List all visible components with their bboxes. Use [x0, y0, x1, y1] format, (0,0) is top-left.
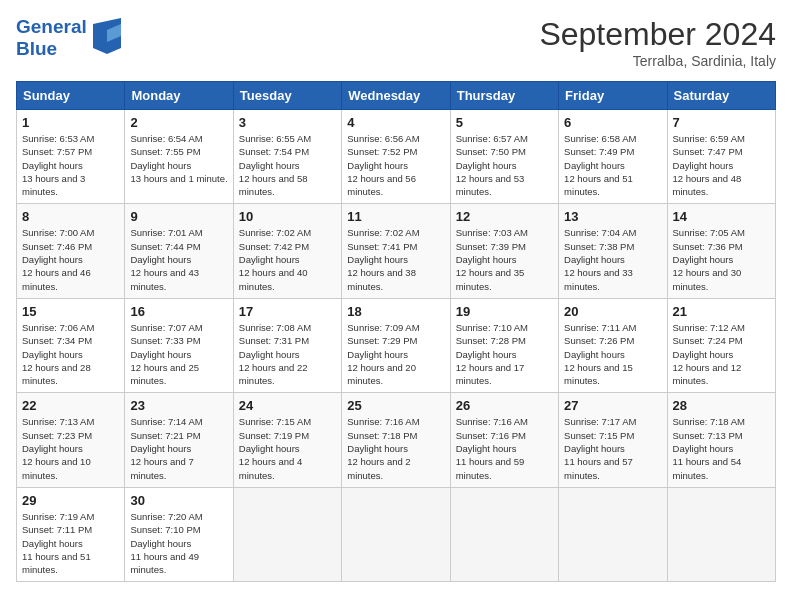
calendar-cell: 16Sunrise: 7:07 AMSunset: 7:33 PMDayligh…	[125, 298, 233, 392]
day-number: 5	[456, 115, 553, 130]
calendar-cell: 5Sunrise: 6:57 AMSunset: 7:50 PMDaylight…	[450, 110, 558, 204]
logo-text: General Blue	[16, 16, 87, 60]
day-number: 22	[22, 398, 119, 413]
calendar-cell	[450, 487, 558, 581]
day-info: Sunrise: 6:53 AMSunset: 7:57 PMDaylight …	[22, 132, 119, 198]
logo: General Blue	[16, 16, 123, 60]
day-info: Sunrise: 6:57 AMSunset: 7:50 PMDaylight …	[456, 132, 553, 198]
day-info: Sunrise: 7:14 AMSunset: 7:21 PMDaylight …	[130, 415, 227, 481]
day-number: 23	[130, 398, 227, 413]
calendar-week-2: 8Sunrise: 7:00 AMSunset: 7:46 PMDaylight…	[17, 204, 776, 298]
day-info: Sunrise: 7:05 AMSunset: 7:36 PMDaylight …	[673, 226, 770, 292]
location: Terralba, Sardinia, Italy	[539, 53, 776, 69]
day-info: Sunrise: 7:04 AMSunset: 7:38 PMDaylight …	[564, 226, 661, 292]
day-number: 19	[456, 304, 553, 319]
day-number: 10	[239, 209, 336, 224]
calendar-cell: 24Sunrise: 7:15 AMSunset: 7:19 PMDayligh…	[233, 393, 341, 487]
day-number: 26	[456, 398, 553, 413]
weekday-header-saturday: Saturday	[667, 82, 775, 110]
day-info: Sunrise: 7:09 AMSunset: 7:29 PMDaylight …	[347, 321, 444, 387]
day-info: Sunrise: 7:16 AMSunset: 7:18 PMDaylight …	[347, 415, 444, 481]
day-number: 11	[347, 209, 444, 224]
day-info: Sunrise: 7:15 AMSunset: 7:19 PMDaylight …	[239, 415, 336, 481]
calendar-cell: 15Sunrise: 7:06 AMSunset: 7:34 PMDayligh…	[17, 298, 125, 392]
calendar-cell: 8Sunrise: 7:00 AMSunset: 7:46 PMDaylight…	[17, 204, 125, 298]
day-number: 21	[673, 304, 770, 319]
day-info: Sunrise: 7:02 AMSunset: 7:42 PMDaylight …	[239, 226, 336, 292]
calendar-cell: 22Sunrise: 7:13 AMSunset: 7:23 PMDayligh…	[17, 393, 125, 487]
day-info: Sunrise: 7:00 AMSunset: 7:46 PMDaylight …	[22, 226, 119, 292]
calendar-week-3: 15Sunrise: 7:06 AMSunset: 7:34 PMDayligh…	[17, 298, 776, 392]
day-number: 12	[456, 209, 553, 224]
calendar-cell: 23Sunrise: 7:14 AMSunset: 7:21 PMDayligh…	[125, 393, 233, 487]
calendar-cell: 13Sunrise: 7:04 AMSunset: 7:38 PMDayligh…	[559, 204, 667, 298]
day-info: Sunrise: 7:13 AMSunset: 7:23 PMDaylight …	[22, 415, 119, 481]
day-info: Sunrise: 7:10 AMSunset: 7:28 PMDaylight …	[456, 321, 553, 387]
weekday-header-thursday: Thursday	[450, 82, 558, 110]
day-number: 29	[22, 493, 119, 508]
calendar-week-4: 22Sunrise: 7:13 AMSunset: 7:23 PMDayligh…	[17, 393, 776, 487]
day-info: Sunrise: 7:20 AMSunset: 7:10 PMDaylight …	[130, 510, 227, 576]
day-number: 4	[347, 115, 444, 130]
day-info: Sunrise: 7:17 AMSunset: 7:15 PMDaylight …	[564, 415, 661, 481]
weekday-header-monday: Monday	[125, 82, 233, 110]
page-header: General Blue September 2024 Terralba, Sa…	[16, 16, 776, 69]
day-number: 8	[22, 209, 119, 224]
title-block: September 2024 Terralba, Sardinia, Italy	[539, 16, 776, 69]
calendar-cell: 4Sunrise: 6:56 AMSunset: 7:52 PMDaylight…	[342, 110, 450, 204]
day-number: 30	[130, 493, 227, 508]
calendar-cell: 19Sunrise: 7:10 AMSunset: 7:28 PMDayligh…	[450, 298, 558, 392]
calendar-week-5: 29Sunrise: 7:19 AMSunset: 7:11 PMDayligh…	[17, 487, 776, 581]
day-info: Sunrise: 7:01 AMSunset: 7:44 PMDaylight …	[130, 226, 227, 292]
calendar-cell: 21Sunrise: 7:12 AMSunset: 7:24 PMDayligh…	[667, 298, 775, 392]
calendar-cell: 27Sunrise: 7:17 AMSunset: 7:15 PMDayligh…	[559, 393, 667, 487]
calendar-cell: 29Sunrise: 7:19 AMSunset: 7:11 PMDayligh…	[17, 487, 125, 581]
day-number: 13	[564, 209, 661, 224]
calendar-cell: 2Sunrise: 6:54 AMSunset: 7:55 PMDaylight…	[125, 110, 233, 204]
day-info: Sunrise: 7:03 AMSunset: 7:39 PMDaylight …	[456, 226, 553, 292]
calendar-cell: 25Sunrise: 7:16 AMSunset: 7:18 PMDayligh…	[342, 393, 450, 487]
calendar-cell	[559, 487, 667, 581]
day-info: Sunrise: 6:55 AMSunset: 7:54 PMDaylight …	[239, 132, 336, 198]
day-number: 25	[347, 398, 444, 413]
day-number: 14	[673, 209, 770, 224]
calendar-cell: 20Sunrise: 7:11 AMSunset: 7:26 PMDayligh…	[559, 298, 667, 392]
day-info: Sunrise: 6:58 AMSunset: 7:49 PMDaylight …	[564, 132, 661, 198]
day-number: 27	[564, 398, 661, 413]
calendar-cell: 7Sunrise: 6:59 AMSunset: 7:47 PMDaylight…	[667, 110, 775, 204]
day-number: 15	[22, 304, 119, 319]
day-number: 6	[564, 115, 661, 130]
calendar-cell: 28Sunrise: 7:18 AMSunset: 7:13 PMDayligh…	[667, 393, 775, 487]
calendar-cell: 18Sunrise: 7:09 AMSunset: 7:29 PMDayligh…	[342, 298, 450, 392]
day-number: 3	[239, 115, 336, 130]
calendar-cell: 10Sunrise: 7:02 AMSunset: 7:42 PMDayligh…	[233, 204, 341, 298]
day-info: Sunrise: 7:08 AMSunset: 7:31 PMDaylight …	[239, 321, 336, 387]
day-number: 28	[673, 398, 770, 413]
calendar-cell	[233, 487, 341, 581]
weekday-header-sunday: Sunday	[17, 82, 125, 110]
day-number: 2	[130, 115, 227, 130]
day-number: 7	[673, 115, 770, 130]
day-number: 9	[130, 209, 227, 224]
calendar-cell: 26Sunrise: 7:16 AMSunset: 7:16 PMDayligh…	[450, 393, 558, 487]
day-info: Sunrise: 7:07 AMSunset: 7:33 PMDaylight …	[130, 321, 227, 387]
logo-icon	[93, 18, 123, 58]
calendar-cell: 1Sunrise: 6:53 AMSunset: 7:57 PMDaylight…	[17, 110, 125, 204]
calendar-table: SundayMondayTuesdayWednesdayThursdayFrid…	[16, 81, 776, 582]
calendar-cell: 14Sunrise: 7:05 AMSunset: 7:36 PMDayligh…	[667, 204, 775, 298]
day-info: Sunrise: 7:19 AMSunset: 7:11 PMDaylight …	[22, 510, 119, 576]
day-info: Sunrise: 6:54 AMSunset: 7:55 PMDaylight …	[130, 132, 227, 185]
calendar-cell: 9Sunrise: 7:01 AMSunset: 7:44 PMDaylight…	[125, 204, 233, 298]
day-info: Sunrise: 7:06 AMSunset: 7:34 PMDaylight …	[22, 321, 119, 387]
day-number: 20	[564, 304, 661, 319]
day-info: Sunrise: 7:11 AMSunset: 7:26 PMDaylight …	[564, 321, 661, 387]
weekday-header-tuesday: Tuesday	[233, 82, 341, 110]
month-title: September 2024	[539, 16, 776, 53]
day-info: Sunrise: 7:16 AMSunset: 7:16 PMDaylight …	[456, 415, 553, 481]
calendar-week-1: 1Sunrise: 6:53 AMSunset: 7:57 PMDaylight…	[17, 110, 776, 204]
day-info: Sunrise: 6:59 AMSunset: 7:47 PMDaylight …	[673, 132, 770, 198]
weekday-header-wednesday: Wednesday	[342, 82, 450, 110]
day-info: Sunrise: 6:56 AMSunset: 7:52 PMDaylight …	[347, 132, 444, 198]
calendar-cell: 12Sunrise: 7:03 AMSunset: 7:39 PMDayligh…	[450, 204, 558, 298]
calendar-cell: 3Sunrise: 6:55 AMSunset: 7:54 PMDaylight…	[233, 110, 341, 204]
